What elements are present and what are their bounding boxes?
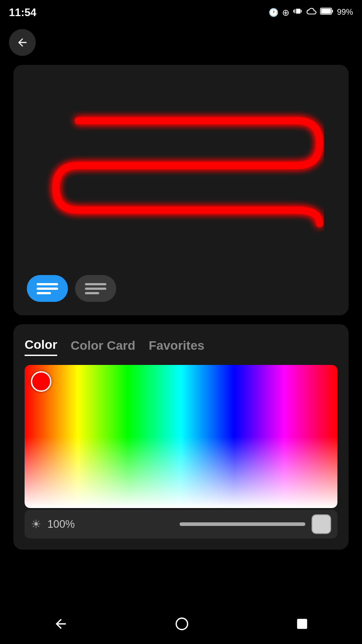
segmented-mode-button[interactable] xyxy=(75,275,116,302)
battery-icon xyxy=(320,6,333,18)
nav-home-button[interactable] xyxy=(174,616,189,631)
nav-back-button[interactable] xyxy=(53,616,68,631)
brightness-label: 100% xyxy=(47,518,173,530)
color-panel: Color Color Card Favorites ☀ 100% xyxy=(13,324,349,550)
brightness-icon: ☀ xyxy=(31,517,41,531)
preview-card xyxy=(13,65,349,315)
brightness-slider-fill xyxy=(180,522,306,526)
status-bar: 11:54 🕐 ⊕ 99% xyxy=(0,0,362,25)
tab-favorites[interactable]: Favorites xyxy=(149,338,205,356)
tab-color[interactable]: Color xyxy=(25,338,57,356)
continuous-mode-icon xyxy=(37,283,58,294)
svg-rect-4 xyxy=(297,619,307,629)
mode-buttons xyxy=(22,275,116,302)
svg-point-3 xyxy=(176,618,188,630)
at-icon: ⊕ xyxy=(282,7,290,18)
brightness-thumb[interactable] xyxy=(311,514,331,534)
vibrate-icon xyxy=(293,6,303,18)
alarm-icon: 🕐 xyxy=(269,8,278,17)
led-display xyxy=(22,78,340,266)
svg-rect-1 xyxy=(332,10,333,13)
color-cursor[interactable] xyxy=(31,371,51,392)
nav-recents-button[interactable] xyxy=(295,617,309,631)
color-gradient-canvas[interactable] xyxy=(25,365,337,508)
back-button[interactable] xyxy=(9,29,36,56)
brightness-row: ☀ 100% xyxy=(25,510,337,538)
battery-percent: 99% xyxy=(337,8,353,17)
color-picker-area[interactable] xyxy=(25,365,337,508)
status-icons: 🕐 ⊕ 99% xyxy=(269,6,353,18)
wifi-off-icon xyxy=(307,6,316,18)
continuous-mode-button[interactable] xyxy=(27,275,68,302)
back-button-area xyxy=(0,25,362,60)
segmented-mode-icon xyxy=(85,283,106,294)
neon-display-svg xyxy=(38,87,324,257)
color-tabs: Color Color Card Favorites xyxy=(25,338,337,356)
svg-rect-2 xyxy=(321,9,331,14)
tab-color-card[interactable]: Color Card xyxy=(71,338,135,356)
brightness-slider-track[interactable] xyxy=(180,522,306,526)
status-time: 11:54 xyxy=(9,6,36,19)
nav-bar xyxy=(0,604,362,644)
